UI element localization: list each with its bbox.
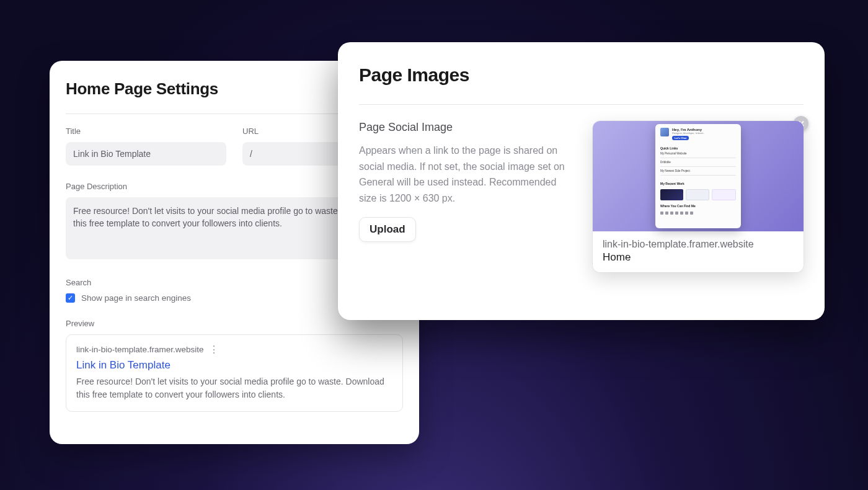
title-input[interactable] bbox=[66, 142, 226, 166]
social-preview-url: link-in-bio-template.framer.website bbox=[603, 239, 794, 250]
social-image-subheading: Page Social Image bbox=[359, 121, 574, 134]
thumb-link: My Personal Website bbox=[660, 152, 736, 155]
social-icon bbox=[685, 212, 688, 215]
page-images-body: Page Social Image Appears when a link to… bbox=[359, 121, 804, 272]
social-icon bbox=[680, 212, 683, 215]
social-icon bbox=[690, 212, 693, 215]
checkbox-checked-icon[interactable]: ✓ bbox=[66, 293, 75, 303]
social-icon bbox=[675, 212, 678, 215]
preview-title[interactable]: Link in Bio Template bbox=[76, 359, 392, 372]
social-preview-card: Hey, I'm Anthony Designer, developer, ti… bbox=[593, 121, 804, 272]
thumb-link: Dribbble bbox=[660, 161, 736, 164]
social-preview-meta: link-in-bio-template.framer.website Home bbox=[593, 231, 804, 272]
preview-section-label: Preview bbox=[66, 319, 403, 328]
social-preview-title: Home bbox=[603, 251, 794, 264]
social-image-help: Appears when a link to the page is share… bbox=[359, 143, 570, 206]
thumb-tile bbox=[712, 189, 736, 200]
thumb-link: My Newest Side Project bbox=[660, 169, 736, 172]
avatar-icon bbox=[660, 128, 669, 136]
divider bbox=[359, 104, 804, 105]
preview-description: Free resource! Don't let visits to your … bbox=[76, 375, 392, 401]
upload-button[interactable]: Upload bbox=[359, 217, 416, 242]
page-images-left: Page Social Image Appears when a link to… bbox=[359, 121, 574, 272]
thumb-subtext: Designer, developer, tinkerer. bbox=[672, 132, 736, 135]
social-icon bbox=[660, 212, 663, 215]
title-label: Title bbox=[66, 127, 226, 136]
thumb-find-label: Where You Can Find Me bbox=[660, 204, 736, 208]
kebab-icon[interactable]: ⋮ bbox=[209, 344, 218, 355]
thumb-tile bbox=[660, 189, 683, 200]
social-preview-wrapper: ✕ Hey, I'm Anthony Designer, developer, … bbox=[593, 121, 804, 272]
search-preview-box: link-in-bio-template.framer.website ⋮ Li… bbox=[66, 334, 403, 412]
thumb-recent-label: My Recent Work bbox=[660, 182, 736, 185]
page-images-heading: Page Images bbox=[359, 65, 804, 86]
social-icon bbox=[670, 212, 673, 215]
preview-url: link-in-bio-template.framer.website bbox=[76, 345, 204, 354]
title-field: Title bbox=[66, 127, 226, 166]
search-checkbox-label: Show page in search engines bbox=[81, 293, 191, 303]
thumb-tile bbox=[686, 189, 710, 200]
page-images-card: Page Images Page Social Image Appears wh… bbox=[338, 42, 825, 320]
social-image-thumbnail: Hey, I'm Anthony Designer, developer, ti… bbox=[593, 121, 804, 231]
thumb-quick-links-label: Quick Links bbox=[660, 146, 736, 150]
thumb-cta-chip: Let's Chat bbox=[672, 136, 689, 140]
preview-url-row: link-in-bio-template.framer.website ⋮ bbox=[76, 344, 392, 355]
social-icon bbox=[665, 212, 668, 215]
thumbnail-mock: Hey, I'm Anthony Designer, developer, ti… bbox=[655, 124, 741, 228]
